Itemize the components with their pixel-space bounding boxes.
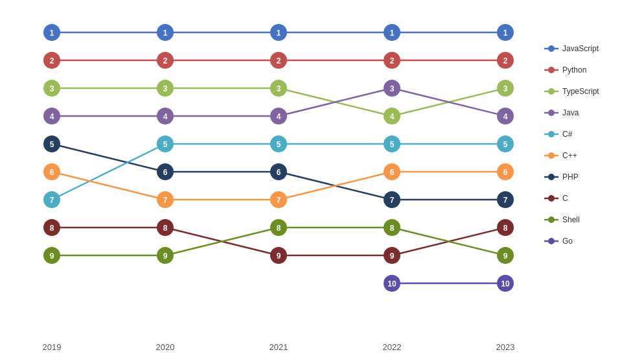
num-js-2: 1: [277, 29, 281, 38]
num-c-2: 9: [277, 252, 281, 261]
num-php-4: 7: [503, 196, 508, 205]
num-cpp-1: 7: [163, 196, 168, 205]
xlabel-2020: 2020: [156, 342, 175, 352]
legend-label-c: C: [562, 194, 568, 203]
num-go-0: 10: [387, 279, 397, 288]
num-shell-0: 9: [50, 252, 54, 261]
num-php-0: 5: [50, 140, 54, 149]
legend-dot-go: [548, 238, 555, 244]
num-c-3: 9: [390, 252, 395, 261]
num-php-2: 6: [277, 168, 281, 177]
num-shell-3: 8: [390, 224, 395, 233]
num-java-3: 3: [390, 84, 395, 93]
num-js-3: 1: [390, 29, 395, 38]
num-py-2: 2: [277, 56, 281, 65]
num-py-4: 2: [503, 56, 508, 65]
num-py-0: 2: [50, 56, 54, 65]
num-ts-2: 3: [277, 84, 281, 93]
line-cs-1: [52, 144, 165, 200]
legend-dot-python: [548, 67, 555, 73]
num-shell-2: 8: [277, 224, 281, 233]
num-shell-4: 9: [503, 252, 508, 261]
num-cs-4: 5: [503, 140, 508, 149]
full-chart: 2019 2020 2021 2022 2023 1 1 1 1 1 2 2 2…: [0, 0, 644, 363]
num-js-4: 1: [503, 29, 508, 38]
num-go-1: 10: [501, 279, 510, 288]
num-java-4: 4: [503, 112, 508, 121]
num-c-0: 8: [50, 224, 54, 233]
num-java-0: 4: [50, 112, 54, 121]
legend-dot-js: [548, 45, 555, 52]
num-cpp-2: 7: [277, 196, 281, 205]
legend-label-java: Java: [562, 108, 579, 117]
num-js-0: 1: [50, 29, 54, 38]
num-java-2: 4: [277, 112, 281, 121]
legend-label-cpp: C++: [562, 151, 577, 160]
legend-dot-java: [548, 110, 555, 116]
num-js-1: 1: [163, 29, 168, 38]
legend-dot-php: [548, 174, 555, 180]
num-ts-3: 4: [390, 112, 395, 121]
legend-dot-cpp: [548, 152, 555, 159]
num-php-1: 6: [163, 168, 168, 177]
legend-label-php: PHP: [562, 172, 579, 182]
legend-dot-c: [548, 195, 555, 202]
legend-dot-ts: [548, 88, 555, 95]
num-ts-1: 3: [163, 84, 168, 93]
legend-label-python: Python: [562, 65, 586, 75]
legend-dot-shell: [548, 217, 555, 223]
num-cs-1: 5: [163, 140, 168, 149]
num-ts-0: 3: [50, 84, 54, 93]
num-cs-2: 5: [277, 140, 281, 149]
num-cpp-4: 6: [503, 168, 508, 177]
num-cpp-0: 6: [50, 168, 54, 177]
xlabel-2022: 2022: [383, 342, 402, 352]
line-php-1: [52, 144, 165, 172]
legend-label-cs: C#: [562, 130, 573, 139]
xlabel-2019: 2019: [43, 342, 62, 352]
num-php-3: 7: [390, 196, 395, 205]
num-shell-1: 9: [163, 252, 168, 261]
num-cs-3: 5: [390, 140, 395, 149]
num-py-3: 2: [390, 56, 395, 65]
legend-label-js: JavaScript: [562, 44, 599, 53]
num-c-1: 8: [163, 224, 168, 233]
num-c-4: 8: [503, 224, 508, 233]
chart-svg: 2019 2020 2021 2022 2023 1 1 1 1 1 2 2 2…: [0, 0, 644, 363]
legend-label-shell: Shell: [562, 215, 580, 224]
num-cpp-3: 6: [390, 168, 395, 177]
legend-label-ts: TypeScript: [562, 87, 599, 96]
num-ts-4: 3: [503, 84, 508, 93]
legend-dot-cs: [548, 131, 555, 137]
num-cs-0: 7: [50, 196, 54, 205]
legend-label-go: Go: [562, 237, 573, 246]
num-java-1: 4: [163, 112, 168, 121]
xlabel-2021: 2021: [270, 342, 288, 352]
num-py-1: 2: [163, 56, 168, 65]
xlabel-2023: 2023: [496, 342, 515, 352]
line-cpp-1: [52, 172, 165, 200]
